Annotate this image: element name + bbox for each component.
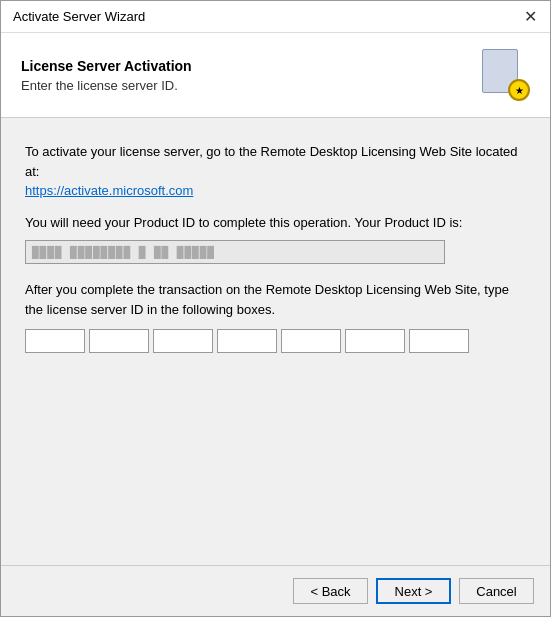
window-title: Activate Server Wizard [13,9,145,24]
license-box-5[interactable] [281,329,341,353]
cancel-button[interactable]: Cancel [459,578,534,604]
activation-link[interactable]: https://activate.microsoft.com [25,183,193,198]
footer: < Back Next > Cancel [1,565,550,616]
paragraph1: To activate your license server, go to t… [25,142,526,201]
paragraph1-text: To activate your license server, go to t… [25,144,518,179]
certificate-icon: ★ [478,49,530,101]
wizard-window: Activate Server Wizard ✕ License Server … [0,0,551,617]
back-button[interactable]: < Back [293,578,368,604]
header-title: License Server Activation [21,58,192,74]
header-text: License Server Activation Enter the lice… [21,58,192,93]
license-box-7[interactable] [409,329,469,353]
content-area: To activate your license server, go to t… [1,118,550,565]
license-box-1[interactable] [25,329,85,353]
product-id-box: ████ ████████ █ ██ █████ [25,240,445,264]
product-id-value: ████ ████████ █ ██ █████ [32,246,215,259]
header-section: License Server Activation Enter the lice… [1,33,550,118]
next-button[interactable]: Next > [376,578,451,604]
close-button[interactable]: ✕ [518,5,542,29]
header-subtitle: Enter the license server ID. [21,78,192,93]
license-id-boxes [25,329,526,353]
license-box-6[interactable] [345,329,405,353]
license-box-4[interactable] [217,329,277,353]
cert-badge: ★ [508,79,530,101]
license-boxes-label: After you complete the transaction on th… [25,280,526,319]
product-id-label: You will need your Product ID to complet… [25,213,526,233]
license-box-2[interactable] [89,329,149,353]
title-bar: Activate Server Wizard ✕ [1,1,550,33]
license-box-3[interactable] [153,329,213,353]
